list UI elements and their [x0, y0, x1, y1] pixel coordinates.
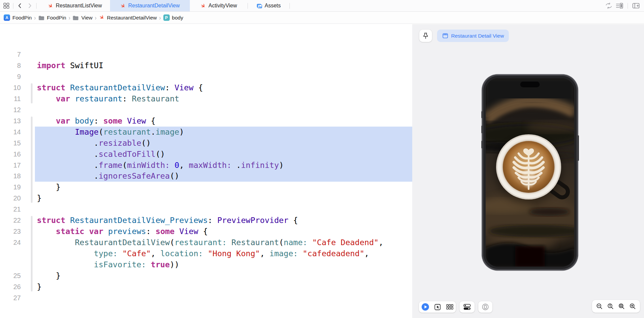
selectable-icon	[434, 304, 441, 311]
tab-restaurantdetailview[interactable]: RestaurantDetailView	[110, 0, 190, 11]
tab-restaurantlistview[interactable]: RestaurantListView	[40, 0, 110, 11]
line-number[interactable]: 20	[0, 193, 21, 204]
code-text: }	[37, 182, 61, 193]
line-number[interactable]: 10	[0, 82, 21, 93]
line-number[interactable]: 17	[0, 160, 21, 171]
line-number[interactable]: 8	[0, 60, 21, 71]
code-line[interactable]: 20}	[0, 193, 412, 204]
preview-target-chip[interactable]: Restaurant Detail View	[437, 30, 509, 42]
breadcrumb-label: RestaurantDetailView	[107, 15, 157, 21]
volume-up-button	[481, 126, 483, 133]
code-text: RestaurantDetailView(restaurant: Restaur…	[37, 237, 383, 248]
breadcrumb-item-view[interactable]: View	[72, 15, 92, 21]
code-text: var body: some View {	[37, 116, 156, 127]
code-line[interactable]: 21	[0, 204, 412, 215]
code-text: .frame(minWidth: 0, maxWidth: .infinity)	[37, 160, 284, 171]
code-line[interactable]: 22struct RestaurantDetailView_Previews: …	[0, 215, 412, 226]
breadcrumb-label: FoodPin	[47, 15, 66, 21]
color-scheme-button[interactable]	[463, 303, 471, 311]
code-line[interactable]: 9	[0, 71, 412, 82]
code-line[interactable]: 18 .ignoresSafeArea()	[0, 171, 412, 182]
play-icon	[421, 303, 429, 311]
tab-bar-left-controls	[0, 2, 40, 9]
forward-chevron-icon[interactable]	[26, 2, 33, 9]
code-line[interactable]: 10struct RestaurantDetailView: View {	[0, 82, 412, 93]
editor-options-icon[interactable]	[615, 2, 624, 9]
breadcrumb-label: FoodPin	[12, 15, 32, 21]
code-line[interactable]: 25 }	[0, 270, 412, 281]
code-line[interactable]: 11 var restaurant: Restaurant	[0, 93, 412, 104]
code-text: }	[37, 270, 61, 281]
code-line[interactable]: 17 .frame(minWidth: 0, maxWidth: .infini…	[0, 160, 412, 171]
line-number[interactable]: 16	[0, 149, 21, 160]
breadcrumb-item-body[interactable]: Pbody	[163, 14, 183, 21]
line-number[interactable]: 7	[0, 49, 21, 60]
editor-tabs: RestaurantListViewRestaurantDetailViewAc…	[40, 0, 290, 11]
line-number[interactable]: 9	[0, 71, 21, 82]
pin-preview-button[interactable]	[419, 30, 432, 42]
device-bezel-icon	[482, 303, 489, 311]
code-line[interactable]: isFavorite: true))	[0, 259, 412, 270]
tab-activityview[interactable]: ActivityView	[190, 0, 248, 11]
source-editor[interactable]: 78import SwiftUI910struct RestaurantDeta…	[0, 24, 412, 318]
selectable-mode-button[interactable]	[434, 304, 441, 311]
code-line[interactable]: 13 var body: some View {	[0, 116, 412, 127]
breadcrumb-item-foodpin[interactable]: FoodPin	[38, 15, 66, 21]
line-number[interactable]: 22	[0, 215, 21, 226]
zoom-actual-size-button[interactable]	[607, 303, 614, 310]
preview-toolbar-group	[419, 301, 456, 313]
tab-assets[interactable]: Assets	[248, 0, 289, 11]
line-number[interactable]: 21	[0, 204, 21, 215]
line-number[interactable]: 26	[0, 281, 21, 292]
code-line[interactable]: 8import SwiftUI	[0, 60, 412, 71]
variants-mode-button[interactable]	[446, 304, 454, 310]
breadcrumb-item-foodpin[interactable]: AFoodPin	[4, 14, 32, 21]
code-line[interactable]: 14 Image(restaurant.image)	[0, 127, 412, 138]
line-number[interactable]: 11	[0, 93, 21, 104]
code-text: }	[37, 193, 42, 204]
folder-icon	[38, 15, 45, 20]
add-editor-icon[interactable]	[632, 2, 640, 9]
variants-icon	[446, 304, 454, 310]
line-number[interactable]: 23	[0, 226, 21, 237]
line-number[interactable]: 25	[0, 270, 21, 281]
code-line[interactable]: 12	[0, 104, 412, 116]
code-line[interactable]: 16 .scaledToFill()	[0, 149, 412, 160]
code-line[interactable]: 19 }	[0, 182, 412, 193]
code-line[interactable]: type: "Cafe", location: "Hong Kong", ima…	[0, 248, 412, 259]
divider	[36, 3, 37, 9]
folder-icon	[72, 15, 79, 20]
back-chevron-icon[interactable]	[16, 2, 23, 9]
line-number[interactable]: 12	[0, 104, 21, 116]
line-number[interactable]: 24	[0, 237, 21, 248]
code-line[interactable]: 23 static var previews: some View {	[0, 226, 412, 237]
code-line[interactable]: 26}	[0, 281, 412, 292]
line-number[interactable]: 15	[0, 138, 21, 149]
code-line[interactable]: 7	[0, 49, 412, 60]
line-number[interactable]: 14	[0, 127, 21, 138]
zoom-fit-icon	[618, 303, 625, 310]
device-screen[interactable]	[486, 78, 574, 267]
canvas-device-icon	[442, 33, 448, 39]
line-number[interactable]: 27	[0, 292, 21, 304]
device-settings-button[interactable]	[482, 303, 489, 311]
divider	[628, 3, 628, 9]
zoom-in-button[interactable]	[629, 303, 636, 310]
preview-toolbar-group	[478, 301, 492, 313]
code-text: Image(restaurant.image)	[37, 127, 184, 138]
code-line[interactable]: 24 RestaurantDetailView(restaurant: Rest…	[0, 237, 412, 248]
code-review-icon[interactable]	[605, 2, 613, 9]
code-line[interactable]: 27	[0, 292, 412, 304]
breadcrumb-chevron-icon: ›	[95, 14, 97, 21]
zoom-one-icon	[607, 303, 614, 310]
line-number[interactable]: 18	[0, 171, 21, 182]
line-number[interactable]: 19	[0, 182, 21, 193]
breadcrumb-item-restaurantdetailview[interactable]: RestaurantDetailView	[99, 15, 157, 21]
live-preview-button[interactable]	[421, 303, 429, 311]
line-number[interactable]: 13	[0, 116, 21, 127]
mute-switch	[481, 111, 483, 118]
zoom-out-button[interactable]	[596, 303, 603, 310]
tab-overview-icon[interactable]	[3, 2, 10, 9]
zoom-fit-button[interactable]	[618, 303, 625, 310]
code-line[interactable]: 15 .resizable()	[0, 138, 412, 149]
